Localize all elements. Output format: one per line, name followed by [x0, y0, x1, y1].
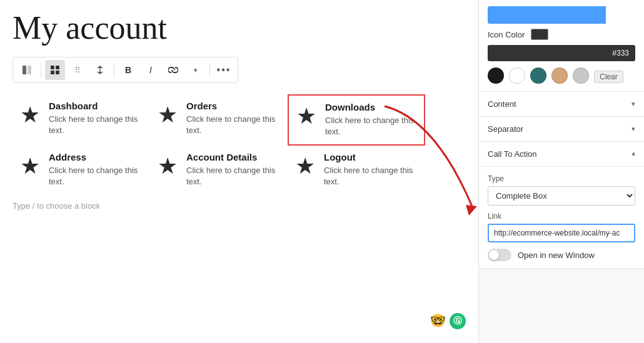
- svg-rect-3: [56, 66, 59, 69]
- right-sidebar: Icon Color #333 Clear Content ▾ Separato…: [478, 0, 644, 343]
- icon-desc-downloads: Click here to change this text.: [325, 115, 416, 137]
- icon-item-orders[interactable]: ★ Orders Click here to change this text.: [150, 94, 288, 145]
- toggle-knob: [489, 250, 499, 260]
- icon-item-downloads[interactable]: ★ Downloads Click here to change this te…: [288, 94, 425, 145]
- star-icon-address: ★: [20, 153, 40, 179]
- swatch-white[interactable]: [509, 67, 525, 84]
- accordion-separator-header[interactable]: Separator ▾: [479, 117, 644, 141]
- arrows-button[interactable]: [90, 60, 110, 80]
- svg-rect-0: [23, 66, 26, 74]
- color-hex-bar[interactable]: #333: [488, 45, 635, 61]
- open-new-window-row: Open in new Window: [488, 249, 635, 261]
- icon-item-dashboard[interactable]: ★ Dashboard Click here to change this te…: [13, 94, 150, 145]
- block-toolbar: ⠿ B I ▾ •••: [13, 57, 238, 83]
- icon-title-account-details: Account Details: [186, 152, 280, 162]
- icon-desc-address: Click here to change this text.: [49, 165, 143, 187]
- dropdown-chevron-button[interactable]: ▾: [186, 60, 206, 80]
- emoji-nerd-button[interactable]: 🤓: [430, 313, 446, 329]
- icon-color-row: Icon Color: [488, 29, 635, 40]
- accordion-call-to-action: Call To Action ▾ Type Complete Box Butto…: [479, 142, 644, 269]
- open-new-window-label: Open in new Window: [518, 251, 595, 260]
- open-new-window-toggle[interactable]: [488, 249, 511, 261]
- icon-text-account-details: Account Details Click here to change thi…: [186, 152, 280, 187]
- icon-color-swatch[interactable]: [531, 29, 548, 40]
- emoji-grammarly-button[interactable]: Ⓖ: [450, 313, 466, 329]
- link-input[interactable]: [488, 224, 635, 242]
- type-select[interactable]: Complete Box Button Only Image Only: [488, 186, 635, 206]
- italic-button[interactable]: I: [141, 60, 161, 80]
- icon-text-logout: Logout Click here to change this text.: [324, 152, 418, 187]
- layout-toggle-button[interactable]: [17, 60, 37, 80]
- svg-marker-6: [466, 205, 477, 216]
- icon-desc-dashboard: Click here to change this text.: [49, 114, 143, 136]
- type-field-label: Type: [488, 174, 635, 183]
- accordion-cta-body: Type Complete Box Button Only Image Only…: [479, 167, 644, 269]
- accordion-content: Content ▾: [479, 92, 644, 117]
- accordion-separator: Separator ▾: [479, 117, 644, 142]
- chevron-cta-icon: ▾: [631, 150, 635, 158]
- grid-view-button[interactable]: [45, 60, 65, 80]
- toolbar-divider-3: [209, 62, 210, 77]
- floating-icons-bar: 🤓 Ⓖ: [430, 313, 466, 329]
- star-icon-downloads: ★: [296, 103, 316, 129]
- chevron-separator-icon: ▾: [631, 125, 635, 133]
- svg-rect-1: [28, 66, 31, 74]
- swatch-teal[interactable]: [530, 67, 546, 84]
- bold-button[interactable]: B: [118, 60, 138, 80]
- icon-title-dashboard: Dashboard: [49, 101, 143, 111]
- accordion-content-header[interactable]: Content ▾: [479, 92, 644, 116]
- icon-item-logout[interactable]: ★ Logout Click here to change this text.: [288, 146, 425, 194]
- svg-rect-5: [56, 71, 59, 74]
- clear-color-button[interactable]: Clear: [594, 71, 623, 83]
- icon-text-downloads: Downloads Click here to change this text…: [325, 102, 416, 137]
- toolbar-divider-2: [114, 62, 114, 77]
- icon-text-dashboard: Dashboard Click here to change this text…: [49, 101, 143, 136]
- color-top-section: Icon Color #333 Clear: [479, 0, 644, 92]
- svg-rect-2: [51, 66, 54, 69]
- content-area: My account ⠿: [0, 0, 478, 343]
- accordion-cta-header[interactable]: Call To Action ▾: [479, 142, 644, 167]
- more-options-button[interactable]: •••: [214, 60, 234, 80]
- swatch-light-gray[interactable]: [573, 67, 589, 84]
- swatch-peach[interactable]: [551, 67, 568, 84]
- icon-text-address: Address Click here to change this text.: [49, 152, 143, 187]
- toolbar-divider-1: [41, 62, 41, 77]
- svg-rect-4: [51, 71, 54, 74]
- chevron-content-icon: ▾: [631, 100, 635, 108]
- icon-desc-account-details: Click here to change this text.: [186, 165, 280, 187]
- star-icon-logout: ★: [295, 153, 315, 179]
- star-icon-dashboard: ★: [20, 102, 40, 128]
- link-button[interactable]: [163, 60, 183, 80]
- star-icon-account-details: ★: [158, 153, 178, 179]
- icon-title-downloads: Downloads: [325, 102, 416, 112]
- star-icon-orders: ★: [158, 102, 178, 128]
- accordion-content-label: Content: [488, 99, 516, 109]
- accordion-separator-label: Separator: [488, 124, 523, 134]
- icon-title-address: Address: [49, 152, 143, 162]
- icon-item-account-details[interactable]: ★ Account Details Click here to change t…: [150, 146, 288, 194]
- page-title: My account: [13, 10, 466, 46]
- swatch-black[interactable]: [488, 67, 504, 84]
- icon-desc-logout: Click here to change this text.: [324, 165, 418, 187]
- type-block-hint: Type / to choose a block: [13, 201, 466, 211]
- icon-grid: ★ Dashboard Click here to change this te…: [13, 94, 466, 194]
- icon-title-orders: Orders: [186, 101, 280, 111]
- icon-color-label: Icon Color: [488, 30, 525, 39]
- color-bar-preview: [488, 6, 635, 24]
- icon-item-address[interactable]: ★ Address Click here to change this text…: [13, 146, 150, 194]
- icon-text-orders: Orders Click here to change this text.: [186, 101, 280, 136]
- drag-handle-button[interactable]: ⠿: [68, 60, 88, 80]
- icon-title-logout: Logout: [324, 152, 418, 162]
- accordion-cta-label: Call To Action: [488, 149, 537, 159]
- link-field-label: Link: [488, 212, 635, 221]
- color-swatches: Clear: [488, 67, 635, 84]
- icon-desc-orders: Click here to change this text.: [186, 114, 280, 136]
